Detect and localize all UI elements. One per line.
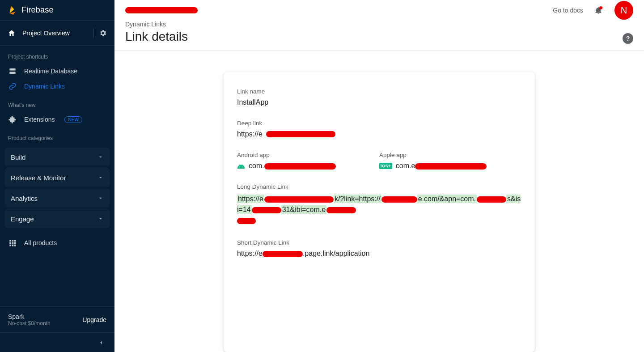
upgrade-button[interactable]: Upgrade [82,316,106,323]
home-icon [7,29,16,37]
redacted-icon [252,207,281,213]
field-label: Short Dynamic Link [237,239,521,246]
text-fragment: com. [249,162,264,170]
text-fragment: com.e [396,162,415,170]
field-label: Apple app [379,152,521,158]
chevron-down-icon [97,216,104,222]
page-header: Dynamic Links Link details ? [114,21,644,51]
sidebar: Firebase Project Overview Project shortc… [0,0,114,352]
redacted-icon [266,131,335,137]
divider [93,28,94,38]
field-label: Android app [237,152,379,158]
field-label: Long Dynamic Link [237,183,521,190]
category-engage[interactable]: Engage [4,209,110,228]
field-value: com. [237,162,379,170]
svg-rect-1 [9,72,16,74]
svg-rect-8 [9,245,11,246]
svg-rect-4 [14,240,16,242]
go-to-docs-link[interactable]: Go to docs [553,7,583,14]
gear-icon[interactable] [98,29,107,37]
field-apple-app: Apple app iOS+ com.e [379,152,521,170]
category-label: Build [11,153,25,161]
extensions-icon [8,115,17,123]
field-label: Link name [237,88,521,95]
text-fragment: .page.link/application [303,250,369,257]
sidebar-item-label: Realtime Database [24,68,77,75]
redacted-icon [415,163,487,170]
category-label: Release & Monitor [11,174,66,182]
redacted-icon [326,207,356,213]
collapse-sidebar[interactable] [0,332,114,352]
svg-point-12 [242,167,243,168]
field-short-dynamic-link: Short Dynamic Link https://e.page.link/a… [237,239,521,258]
category-list: Build Release & Monitor Analytics Engage [0,145,114,231]
category-label: Analytics [11,195,38,202]
field-value: https://e [237,130,521,138]
section-categories: Product categories [0,127,114,145]
field-long-dynamic-link: Long Dynamic Link https://ek/?link=https… [237,183,521,226]
redacted-icon [264,163,336,170]
redacted-icon [477,196,506,203]
svg-point-11 [239,167,240,168]
svg-rect-6 [12,242,14,244]
breadcrumb[interactable]: Dynamic Links [125,21,623,28]
text-fragment: https://e [237,130,263,138]
sidebar-item-all-products[interactable]: All products [0,235,114,250]
text-fragment: https://e [237,250,263,257]
field-android-app: Android app com. [237,152,379,170]
section-shortcuts: Project shortcuts [0,46,114,64]
brand[interactable]: Firebase [0,0,114,21]
grid-icon [8,239,17,247]
category-release-monitor[interactable]: Release & Monitor [4,168,110,187]
field-value: https://ek/?link=https://e.com/&apn=com.… [237,194,521,226]
field-link-name: Link name InstallApp [237,88,521,106]
sidebar-item-dynamic-links[interactable]: Dynamic Links [0,79,114,94]
sidebar-item-label: Dynamic Links [24,83,65,90]
link-details-card: Link name InstallApp Deep link https://e… [224,72,535,352]
redacted-icon [237,218,256,224]
notification-dot-icon [599,6,602,9]
category-build[interactable]: Build [4,148,110,166]
brand-name: Firebase [21,5,54,15]
text-fragment: https://e [238,195,263,203]
topbar: Go to docs N [114,0,644,21]
svg-rect-0 [9,68,16,71]
field-value: iOS+ com.e [379,162,521,170]
sidebar-item-label: Extensions [24,116,55,123]
svg-rect-3 [12,240,14,242]
project-name-redacted[interactable] [125,7,198,13]
project-overview[interactable]: Project Overview [0,21,114,46]
sidebar-item-realtime-database[interactable]: Realtime Database [0,64,114,79]
section-whatsnew: What's new [0,94,114,112]
plan-row: Spark No-cost $0/month Upgrade [0,306,114,332]
svg-rect-2 [9,240,11,242]
text-fragment: e.com/&apn=com. [418,195,476,203]
notifications-button[interactable] [594,6,603,15]
redacted-icon [264,196,334,203]
main: Go to docs N Dynamic Links Link details … [114,0,644,352]
field-value: https://e.page.link/application [237,250,521,258]
database-icon [8,67,17,75]
chevron-down-icon [97,154,104,160]
svg-rect-5 [9,242,11,244]
category-analytics[interactable]: Analytics [4,189,110,208]
help-button[interactable]: ? [623,33,633,44]
field-label: Deep link [237,120,521,127]
svg-rect-10 [14,245,16,246]
firebase-logo-icon [8,5,17,16]
sidebar-item-extensions[interactable]: Extensions NEW [0,112,114,127]
svg-rect-7 [14,242,16,244]
chevron-down-icon [97,195,104,201]
link-icon [8,82,17,90]
avatar[interactable]: N [614,1,633,20]
text-fragment: 31&ibi=com.e [282,206,326,213]
new-badge: NEW [64,116,82,123]
category-label: Engage [11,215,34,223]
plan-subtitle: No-cost $0/month [8,320,51,327]
content-area: Link name InstallApp Deep link https://e… [114,51,644,352]
page-title: Link details [125,30,623,44]
svg-rect-9 [12,245,14,246]
field-deep-link: Deep link https://e [237,120,521,138]
project-overview-label: Project Overview [22,30,89,37]
android-icon [237,163,245,169]
